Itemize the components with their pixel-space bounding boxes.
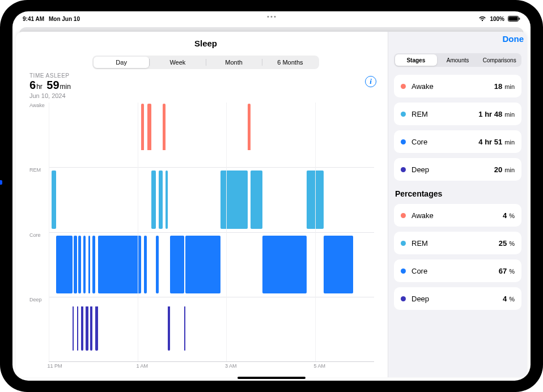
sleep-segment-deep[interactable] (73, 306, 74, 351)
grid-line (49, 167, 374, 168)
sleep-segment-core[interactable] (98, 236, 141, 293)
summary-minutes: 59 (46, 79, 59, 91)
sleep-segment-core[interactable] (88, 236, 90, 293)
sleep-segment-core[interactable] (262, 236, 307, 293)
range-tab-week[interactable]: Week (150, 57, 205, 68)
range-segmented-control[interactable]: DayWeekMonth6 Months (92, 56, 319, 69)
sleep-segment-rem[interactable] (166, 171, 168, 228)
device-edge-indicator (0, 180, 2, 185)
stage-value: 25 % (499, 239, 515, 248)
sleep-segment-awake[interactable] (248, 104, 251, 150)
stage-row-deep[interactable]: Deep4 % (394, 287, 521, 310)
multitask-dots[interactable] (268, 16, 276, 18)
lane-label-awake: Awake (29, 103, 45, 108)
sleep-segment-deep[interactable] (81, 306, 83, 351)
stage-name-label: Deep (412, 165, 494, 174)
summary-hours-unit: hr (36, 83, 43, 91)
x-gridline (226, 103, 227, 361)
x-gridline (315, 103, 316, 361)
stage-value: 18 min (494, 82, 515, 91)
percentages-title: Percentages (395, 189, 520, 198)
done-button[interactable]: Done (503, 34, 524, 44)
x-tick: 3 AM (225, 363, 237, 369)
detail-tab-stages[interactable]: Stages (395, 54, 437, 66)
sleep-segment-core[interactable] (56, 236, 73, 293)
summary-value: 6hr 59min (29, 79, 382, 92)
sleep-segment-core[interactable] (324, 236, 353, 293)
sleep-segment-deep[interactable] (77, 306, 79, 351)
status-date: Mon Jun 10 (49, 16, 80, 22)
battery-icon (508, 16, 520, 22)
sleep-segment-core[interactable] (83, 236, 86, 293)
lane-label-core: Core (29, 232, 41, 238)
stage-name-label: Core (412, 267, 499, 275)
sleep-chart[interactable]: 11 PM1 AM3 AM5 AM AwakeREMCoreDeep (29, 103, 382, 372)
stage-row-rem[interactable]: REM25 % (394, 232, 521, 254)
stage-name-label: Deep (412, 295, 503, 303)
grid-line (49, 232, 374, 233)
stage-value: 20 min (494, 165, 515, 174)
sleep-segment-deep[interactable] (184, 306, 186, 351)
stage-name-label: REM (412, 239, 499, 248)
range-tab-day[interactable]: Day (94, 57, 149, 68)
stage-percent-list: Awake4 %REM25 %Core67 %Deep4 % (394, 204, 521, 315)
sleep-segment-core[interactable] (74, 236, 77, 293)
sleep-segment-core[interactable] (185, 236, 220, 293)
x-gridline (138, 103, 138, 361)
stage-row-core[interactable]: Core4 hr 51 min (394, 130, 521, 153)
sleep-segment-core[interactable] (144, 236, 147, 293)
stage-name-label: REM (412, 110, 478, 118)
x-tick: 1 AM (136, 363, 148, 369)
stage-row-awake[interactable]: Awake18 min (394, 75, 521, 97)
stage-color-dot (401, 84, 406, 89)
stage-name-label: Core (412, 138, 478, 146)
sleep-segment-deep[interactable] (95, 306, 98, 351)
sleep-segment-core[interactable] (156, 236, 159, 293)
range-tab-month[interactable]: Month (206, 57, 262, 68)
sleep-segment-awake[interactable] (163, 104, 166, 150)
lane-label-rem: REM (29, 167, 41, 173)
stage-row-core[interactable]: Core67 % (394, 259, 521, 282)
sleep-segment-rem[interactable] (151, 171, 156, 228)
x-tick: 11 PM (47, 363, 62, 369)
svg-rect-1 (509, 17, 518, 21)
home-indicator[interactable] (237, 377, 306, 379)
stage-color-dot (401, 112, 406, 117)
x-gridline (49, 103, 49, 361)
stage-row-rem[interactable]: REM1 hr 48 min (394, 103, 521, 125)
stage-row-awake[interactable]: Awake4 % (394, 204, 521, 227)
detail-segmented-control[interactable]: StagesAmountsComparisons (394, 53, 521, 67)
sleep-segment-core[interactable] (170, 236, 184, 293)
detail-tab-amounts[interactable]: Amounts (437, 54, 479, 66)
page-title: Sleep (194, 39, 217, 48)
sleep-segment-awake[interactable] (147, 104, 152, 150)
stage-value: 4 % (503, 295, 515, 303)
side-panel: Done StagesAmountsComparisons Awake18 mi… (388, 32, 527, 377)
summary-label: TIME ASLEEP (29, 73, 382, 79)
modal-sheet: Sleep DayWeekMonth6 Months TIME ASLEEP 6… (16, 32, 527, 377)
stage-value: 67 % (499, 267, 515, 275)
sleep-segment-core[interactable] (92, 236, 95, 293)
info-icon[interactable]: i (365, 76, 376, 87)
sleep-segment-deep[interactable] (90, 306, 92, 351)
status-bar: 9:41 AM Mon Jun 10 100% (12, 11, 531, 24)
sleep-segment-rem[interactable] (220, 171, 248, 228)
stage-value: 4 % (503, 211, 515, 220)
summary-block: TIME ASLEEP 6hr 59min Jun 10, 2024 i (29, 73, 382, 99)
stage-color-dot (401, 213, 406, 218)
detail-tab-comparisons[interactable]: Comparisons (478, 54, 520, 66)
stage-row-deep[interactable]: Deep20 min (394, 158, 521, 181)
range-tab-6-months[interactable]: 6 Months (262, 57, 318, 68)
main-panel: Sleep DayWeekMonth6 Months TIME ASLEEP 6… (16, 32, 388, 377)
stage-color-dot (401, 269, 406, 274)
sleep-segment-core[interactable] (78, 236, 81, 293)
screen: 9:41 AM Mon Jun 10 100% Sleep (12, 11, 531, 381)
sleep-segment-awake[interactable] (141, 104, 144, 150)
sleep-segment-deep[interactable] (86, 306, 88, 351)
stage-color-dot (401, 296, 406, 301)
sleep-segment-deep[interactable] (168, 306, 170, 351)
sleep-segment-rem[interactable] (52, 171, 56, 228)
sleep-segment-rem[interactable] (159, 171, 163, 228)
stage-value: 4 hr 51 min (478, 138, 515, 146)
sleep-segment-rem[interactable] (251, 171, 262, 228)
